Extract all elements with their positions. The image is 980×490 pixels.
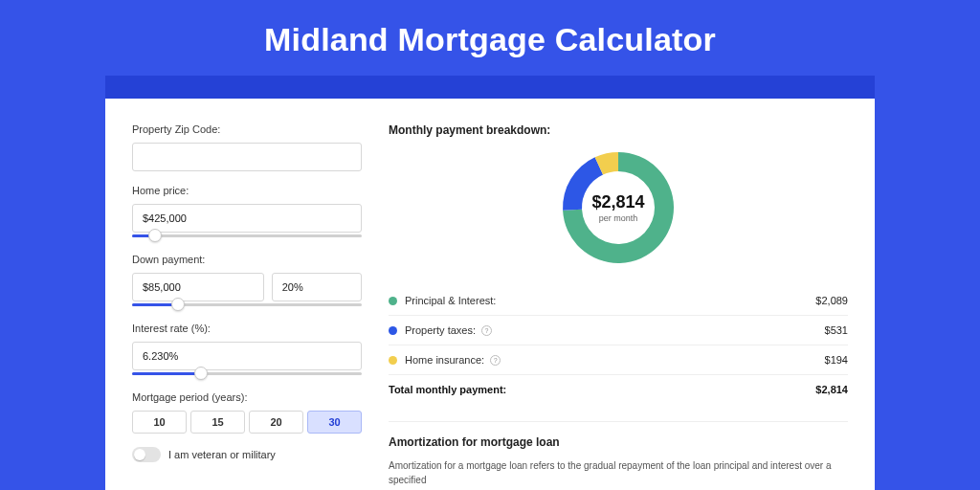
period-option-30[interactable]: 30 [307, 411, 362, 434]
legend-value: $2,089 [815, 295, 848, 306]
legend-row-total: Total monthly payment:$2,814 [389, 375, 848, 404]
zip-label: Property Zip Code: [132, 123, 362, 135]
period-option-20[interactable]: 20 [249, 411, 303, 434]
mortgage-period-field: Mortgage period (years): 10152030 [132, 391, 362, 434]
donut-chart-area: $2,814 per month [389, 145, 848, 280]
down-payment-field: Down payment: [132, 254, 362, 309]
legend-dot [389, 356, 397, 365]
period-option-10[interactable]: 10 [132, 411, 187, 434]
home-price-field: Home price: [132, 185, 362, 240]
period-option-15[interactable]: 15 [190, 411, 245, 434]
legend: Principal & Interest:$2,089Property taxe… [389, 286, 848, 404]
zip-input[interactable] [132, 143, 362, 171]
down-payment-amount-input[interactable] [132, 273, 264, 301]
legend-dot [389, 326, 397, 335]
amortization-section: Amortization for mortgage loan Amortizat… [389, 421, 848, 487]
interest-rate-slider[interactable] [132, 372, 362, 378]
page-title: Midland Mortgage Calculator [0, 0, 980, 76]
legend-label: Principal & Interest: [405, 295, 496, 306]
period-options: 10152030 [132, 411, 362, 434]
legend-row: Principal & Interest:$2,089 [389, 286, 848, 316]
legend-value: $194 [825, 354, 848, 366]
veteran-toggle[interactable] [132, 447, 161, 462]
slider-thumb[interactable] [194, 367, 208, 380]
legend-value: $531 [825, 324, 848, 336]
legend-row: Home insurance:?$194 [389, 345, 848, 375]
legend-label: Property taxes: [405, 324, 476, 336]
results-panel: Monthly payment breakdown: $2,814 per mo… [389, 123, 848, 481]
legend-row: Property taxes:?$531 [389, 316, 848, 345]
breakdown-title: Monthly payment breakdown: [389, 123, 848, 137]
zip-field: Property Zip Code: [132, 123, 362, 171]
total-value: $2,814 [815, 384, 848, 395]
legend-label: Home insurance: [405, 354, 484, 366]
interest-rate-label: Interest rate (%): [132, 323, 362, 334]
veteran-toggle-row: I am veteran or military [132, 447, 362, 462]
mortgage-period-label: Mortgage period (years): [132, 391, 362, 403]
amortization-text: Amortization for a mortgage loan refers … [389, 458, 848, 487]
amortization-title: Amortization for mortgage loan [389, 435, 848, 449]
legend-dot [389, 297, 397, 305]
down-payment-slider[interactable] [132, 303, 362, 309]
slider-thumb[interactable] [171, 298, 185, 311]
info-icon[interactable]: ? [490, 355, 501, 366]
calculator-card: Property Zip Code: Home price: Down paym… [105, 99, 875, 490]
interest-rate-field: Interest rate (%): [132, 323, 362, 378]
total-label: Total monthly payment: [389, 384, 506, 395]
interest-rate-input[interactable] [132, 342, 362, 370]
veteran-label: I am veteran or military [168, 449, 276, 460]
inputs-panel: Property Zip Code: Home price: Down paym… [132, 123, 362, 481]
donut-sub: per month [599, 213, 638, 223]
donut-chart: $2,814 per month [559, 148, 678, 267]
down-payment-percent-input[interactable] [272, 273, 362, 301]
donut-amount: $2,814 [591, 192, 644, 212]
down-payment-label: Down payment: [132, 254, 362, 265]
home-price-slider[interactable] [132, 234, 362, 240]
slider-thumb[interactable] [148, 229, 162, 242]
home-price-input[interactable] [132, 204, 362, 233]
home-price-label: Home price: [132, 185, 362, 196]
toggle-knob [134, 449, 145, 460]
info-icon[interactable]: ? [481, 325, 492, 336]
header-band [105, 76, 875, 99]
donut-center: $2,814 per month [559, 148, 678, 267]
